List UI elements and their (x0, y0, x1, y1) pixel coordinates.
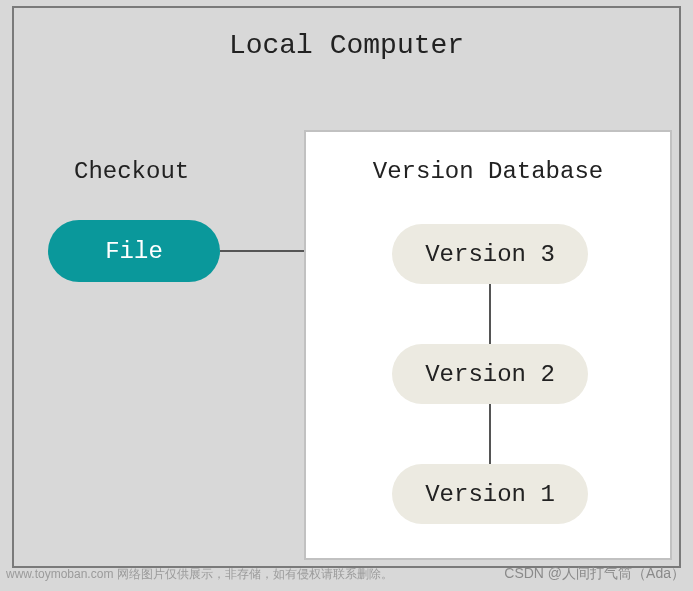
diagram-title: Local Computer (14, 30, 679, 61)
version-2-node: Version 2 (392, 344, 588, 404)
version-2-label: Version 2 (425, 361, 555, 388)
file-node: File (48, 220, 220, 282)
file-node-label: File (105, 238, 163, 265)
version-3-node: Version 3 (392, 224, 588, 284)
version-1-node: Version 1 (392, 464, 588, 524)
version-1-label: Version 1 (425, 481, 555, 508)
version-database-box: Version Database Version 3 Version 2 Ver… (304, 130, 672, 560)
version-3-label: Version 3 (425, 241, 555, 268)
watermark-right: CSDN @人间打气筒（Ada） (504, 565, 685, 583)
version-database-title: Version Database (306, 158, 670, 185)
local-computer-frame: Local Computer Checkout File Version Dat… (12, 6, 681, 568)
watermark-left: www.toymoban.com 网络图片仅供展示，非存储，如有侵权请联系删除。 (6, 566, 393, 583)
checkout-section-label: Checkout (74, 158, 189, 185)
